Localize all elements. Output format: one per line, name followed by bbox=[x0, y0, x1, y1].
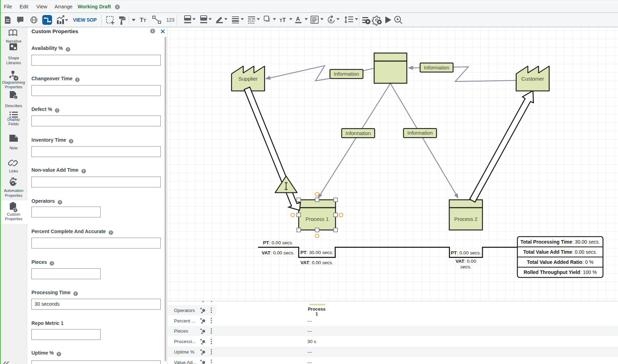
svg-text:30 s: 30 s bbox=[307, 339, 317, 344]
svg-text:Process 1: Process 1 bbox=[305, 216, 329, 222]
svg-text:VAT: 0.00 secs.: VAT: 0.00 secs. bbox=[300, 260, 333, 265]
svg-text:Total Value Add Time: 0.00 sec: Total Value Add Time: 0.00 secs. bbox=[523, 249, 597, 255]
svg-text:Processi...: Processi... bbox=[174, 339, 196, 344]
svg-text:Information: Information bbox=[346, 131, 371, 136]
svg-text:Customer: Customer bbox=[521, 76, 544, 82]
svg-text:---: --- bbox=[307, 360, 312, 364]
svg-text:Information: Information bbox=[424, 65, 450, 70]
svg-text:PT: 0.00 secs.: PT: 0.00 secs. bbox=[451, 250, 481, 255]
svg-text:Process 2: Process 2 bbox=[454, 216, 478, 222]
svg-text:Rolled Throughput Yield: 100 %: Rolled Throughput Yield: 100 % bbox=[524, 269, 597, 275]
svg-text:---: --- bbox=[307, 328, 312, 334]
svg-text:PT: 0.00 secs.: PT: 0.00 secs. bbox=[263, 240, 293, 245]
svg-text:Information: Information bbox=[334, 71, 359, 77]
svg-text:Total Processing Time: 30.00 s: Total Processing Time: 30.00 secs. bbox=[521, 239, 600, 245]
svg-text:Operators: Operators bbox=[174, 308, 195, 313]
svg-text:1: 1 bbox=[315, 311, 318, 317]
svg-text:PT: 30.00 secs.: PT: 30.00 secs. bbox=[300, 250, 333, 255]
svg-text:Pieces: Pieces bbox=[174, 328, 188, 334]
svg-text:---: --- bbox=[307, 349, 312, 355]
svg-text:123: 123 bbox=[166, 17, 175, 23]
svg-text:Total Value Added Ratio: 0 %: Total Value Added Ratio: 0 % bbox=[527, 259, 594, 265]
svg-text:A: A bbox=[296, 16, 300, 22]
svg-text:secs.: secs. bbox=[460, 264, 472, 269]
svg-text:VAT: 0.00: VAT: 0.00 bbox=[456, 259, 476, 264]
svg-text:Information: Information bbox=[407, 130, 433, 136]
svg-text:Uptime %: Uptime % bbox=[174, 349, 195, 355]
svg-text:VIEW SOP: VIEW SOP bbox=[73, 17, 97, 23]
svg-text:Value Ad...: Value Ad... bbox=[174, 360, 196, 364]
svg-text:---: --- bbox=[307, 318, 312, 324]
svg-text:Percent ...: Percent ... bbox=[174, 318, 196, 324]
svg-text:A: A bbox=[329, 18, 332, 22]
svg-text:TT: TT bbox=[279, 17, 286, 23]
svg-text:TT: TT bbox=[140, 17, 146, 23]
svg-text:Process: Process bbox=[308, 306, 326, 312]
svg-text:Supplier: Supplier bbox=[238, 76, 257, 82]
svg-text:VAT: 0.00 secs.: VAT: 0.00 secs. bbox=[262, 250, 295, 255]
